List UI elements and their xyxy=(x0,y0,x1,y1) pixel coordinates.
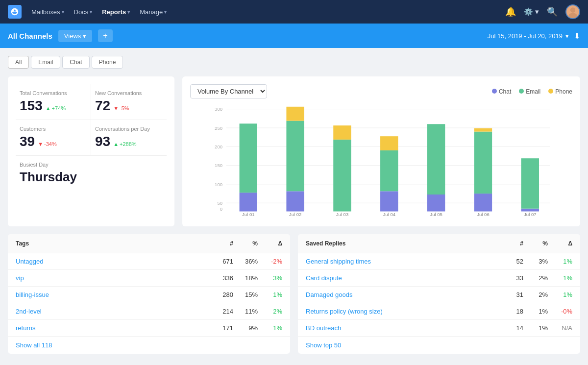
reply-row-0: General shipping times 52 3% 1% xyxy=(298,253,580,270)
tab-phone[interactable]: Phone xyxy=(92,56,123,69)
bar-jul04-phone xyxy=(380,136,398,150)
svg-point-0 xyxy=(570,7,575,12)
bar-jul02-email xyxy=(286,121,304,192)
bar-jul03-phone xyxy=(333,125,351,140)
customers-delta-icon: ▼ xyxy=(38,141,43,147)
tab-email[interactable]: Email xyxy=(31,56,60,69)
bar-jul06-email xyxy=(474,132,492,194)
bar-jul06-chat xyxy=(474,194,492,211)
tag-vip[interactable]: vip xyxy=(16,274,204,282)
conv-per-day-cell: Conversations per Day 93 ▲ +288% xyxy=(91,120,167,156)
bar-jul04-chat xyxy=(380,191,398,211)
tags-row-3: 2nd-level 214 11% 2% xyxy=(8,303,290,320)
download-icon[interactable]: ⬇ xyxy=(574,31,580,41)
bar-chart: 300 250 200 150 100 50 0 Jul 01 xyxy=(190,104,572,217)
nav-manage[interactable]: Manage ▾ xyxy=(140,8,167,16)
reply-returns-policy[interactable]: Returns policy (wrong size) xyxy=(306,308,494,315)
busiest-day-cell: Busiest Day Thursday xyxy=(16,156,167,191)
mailboxes-arrow-icon: ▾ xyxy=(62,9,64,15)
bar-jul06-phone xyxy=(474,128,492,132)
reply-card-dispute[interactable]: Card dispute xyxy=(306,274,494,282)
reports-arrow-icon: ▾ xyxy=(127,9,130,15)
page-title: All Channels xyxy=(8,32,52,40)
user-avatar[interactable] xyxy=(565,4,580,19)
show-all-replies-link[interactable]: Show top 50 xyxy=(298,337,580,354)
views-button[interactable]: Views ▾ xyxy=(58,30,92,42)
tags-table-header: Tags # % Δ xyxy=(8,234,290,253)
show-all-tags-link[interactable]: Show all 118 xyxy=(8,337,290,354)
conv-per-day-value: 93 ▲ +288% xyxy=(95,134,163,149)
tags-col-num: # xyxy=(204,240,233,247)
svg-text:Jul 05: Jul 05 xyxy=(430,212,442,217)
stats-panel: Total Conversations 153 ▲ +74% New Conve… xyxy=(8,76,174,226)
bell-icon[interactable]: 🔔 xyxy=(505,6,516,17)
new-conversations-delta: ▼ -5% xyxy=(113,105,129,111)
docs-arrow-icon: ▾ xyxy=(90,9,92,15)
settings-icon[interactable]: ⚙️ ▾ xyxy=(524,7,539,16)
svg-text:Jul 03: Jul 03 xyxy=(336,212,349,217)
top-navigation: Mailboxes ▾ Docs ▾ Reports ▾ Manage ▾ 🔔 … xyxy=(0,0,588,24)
reply-row-3: Returns policy (wrong size) 18 1% -0% xyxy=(298,303,580,320)
customers-label: Customers xyxy=(20,126,87,132)
total-conversations-cell: Total Conversations 153 ▲ +74% xyxy=(16,84,91,120)
tables-row: Tags # % Δ Untagged 671 36% -2% vip 336 … xyxy=(8,234,580,354)
manage-arrow-icon: ▾ xyxy=(164,9,167,15)
reply-general-shipping[interactable]: General shipping times xyxy=(306,258,494,265)
busiest-day-label: Busiest Day xyxy=(20,162,163,168)
new-conversations-value: 72 ▼ -5% xyxy=(95,98,163,114)
nav-reports[interactable]: Reports ▾ xyxy=(102,8,130,16)
conv-per-day-delta-icon: ▲ xyxy=(113,141,119,147)
reply-row-2: Damaged goods 31 2% 1% xyxy=(298,287,580,303)
email-dot xyxy=(519,89,524,94)
total-conversations-label: Total Conversations xyxy=(20,90,87,96)
date-range-picker[interactable]: Jul 15, 2019 - Jul 20, 2019 ▾ xyxy=(488,32,569,40)
nav-right: 🔔 ⚙️ ▾ 🔍 xyxy=(505,4,580,19)
tag-2nd-level[interactable]: 2nd-level xyxy=(16,308,204,315)
reply-bd-outreach[interactable]: BD outreach xyxy=(306,324,494,332)
reply-damaged-goods[interactable]: Damaged goods xyxy=(306,291,494,298)
svg-point-1 xyxy=(568,13,577,18)
add-view-button[interactable]: + xyxy=(98,29,112,42)
phone-dot xyxy=(548,89,553,94)
svg-text:Jul 01: Jul 01 xyxy=(242,212,255,217)
customers-cell: Customers 39 ▼ -34% xyxy=(16,120,91,156)
tags-row-4: returns 171 9% 1% xyxy=(8,320,290,337)
tag-billing-issue[interactable]: billing-issue xyxy=(16,291,204,298)
tag-untagged[interactable]: Untagged xyxy=(16,258,204,265)
svg-text:250: 250 xyxy=(215,125,222,131)
svg-text:50: 50 xyxy=(217,200,222,206)
tab-chat[interactable]: Chat xyxy=(62,56,89,69)
svg-text:150: 150 xyxy=(215,163,222,168)
saved-replies-col-pct: % xyxy=(523,240,548,247)
nav-mailboxes[interactable]: Mailboxes ▾ xyxy=(31,8,64,16)
saved-replies-table: Saved Replies # % Δ General shipping tim… xyxy=(298,234,580,354)
chart-panel: Volume By Channel Chat Email Phone xyxy=(182,76,580,226)
bar-jul03-email xyxy=(333,140,351,212)
chart-type-select[interactable]: Volume By Channel xyxy=(190,84,267,98)
tags-row-0: Untagged 671 36% -2% xyxy=(8,253,290,270)
chart-legend: Chat Email Phone xyxy=(492,88,572,95)
svg-text:100: 100 xyxy=(215,182,222,187)
svg-text:200: 200 xyxy=(215,144,222,149)
bar-jul02-phone xyxy=(286,107,304,121)
conv-per-day-label: Conversations per Day xyxy=(95,126,163,132)
tab-all[interactable]: All xyxy=(8,56,29,69)
tag-returns[interactable]: returns xyxy=(16,324,204,332)
tags-table: Tags # % Δ Untagged 671 36% -2% vip 336 … xyxy=(8,234,290,354)
nav-docs[interactable]: Docs ▾ xyxy=(74,8,93,16)
svg-text:300: 300 xyxy=(215,106,222,112)
tags-col-delta: Δ xyxy=(258,240,282,247)
bar-jul05-chat xyxy=(427,195,445,212)
filter-tabs: All Email Chat Phone xyxy=(8,56,580,69)
bar-jul01-chat xyxy=(240,193,257,211)
chart-area: 300 250 200 150 100 50 0 Jul 01 xyxy=(190,104,572,219)
search-icon[interactable]: 🔍 xyxy=(547,6,558,17)
new-conversations-cell: New Conversations 72 ▼ -5% xyxy=(91,84,167,120)
app-logo[interactable] xyxy=(8,5,22,19)
saved-replies-col-delta: Δ xyxy=(548,240,572,247)
main-content: All Email Chat Phone Total Conversations… xyxy=(0,48,588,362)
delta-down-icon: ▼ xyxy=(113,105,119,111)
busiest-day-value: Thursday xyxy=(20,170,163,185)
tags-row-2: billing-issue 280 15% 1% xyxy=(8,287,290,303)
subnav-left: All Channels Views ▾ + xyxy=(8,29,113,42)
